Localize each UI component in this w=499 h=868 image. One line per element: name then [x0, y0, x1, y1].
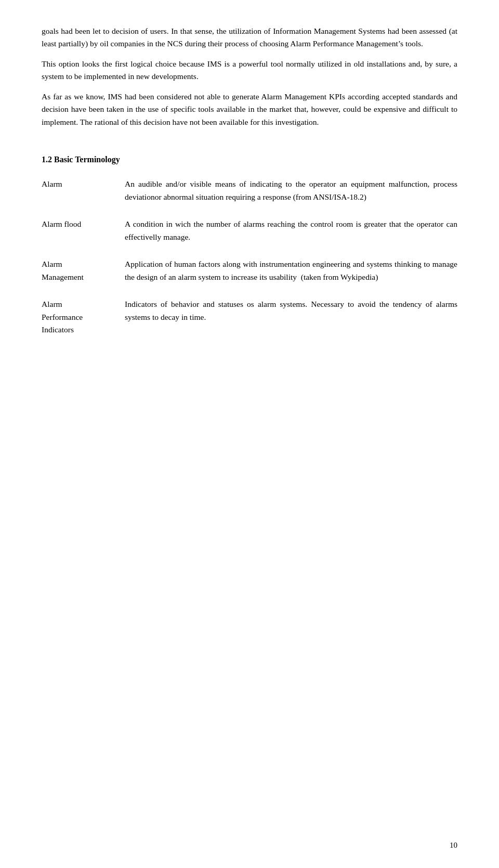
def-alarm-performance-indicators: Indicators of behavior and statuses os a… [125, 298, 457, 351]
paragraph-1: goals had been let to decision of users.… [42, 25, 457, 50]
term-alarm-flood: Alarm flood [42, 218, 125, 258]
table-row: AlarmPerformanceIndicators Indicators of… [42, 298, 457, 351]
table-row: Alarm flood A condition in wich the numb… [42, 218, 457, 258]
paragraph-2: This option looks the first logical choi… [42, 58, 457, 83]
section-heading: 1.2 Basic Terminology [42, 153, 457, 166]
def-alarm-flood: A condition in wich the number of alarms… [125, 218, 457, 258]
term-alarm: Alarm [42, 178, 125, 218]
term-alarm-management: AlarmManagement [42, 258, 125, 298]
def-alarm: An audible and/or visible means of indic… [125, 178, 457, 218]
table-row: AlarmManagement Application of human fac… [42, 258, 457, 298]
def-alarm-management: Application of human factors along with … [125, 258, 457, 298]
terminology-table: Alarm An audible and/or visible means of… [42, 178, 457, 351]
term-alarm-performance-indicators: AlarmPerformanceIndicators [42, 298, 125, 351]
page: goals had been let to decision of users.… [0, 0, 499, 868]
paragraph-3: As far as we know, IMS had been consider… [42, 90, 457, 128]
page-number: 10 [450, 839, 457, 851]
table-row: Alarm An audible and/or visible means of… [42, 178, 457, 218]
